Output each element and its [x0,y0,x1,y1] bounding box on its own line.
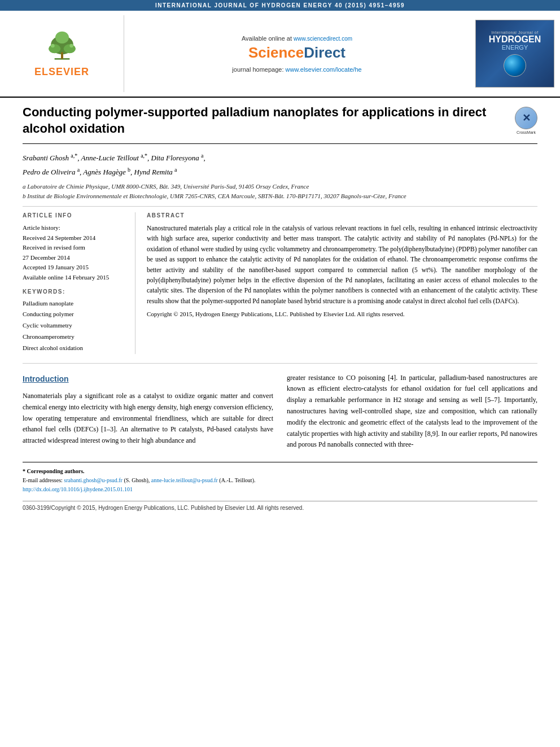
abstract-text: Nanostructured materials play a critical… [147,223,537,306]
article-info-heading: ARTICLE INFO [23,212,126,219]
authors: Srabanti Ghosh a,*, Anne-Lucie Teillout … [23,151,537,178]
available-online-label: Available online at www.sciencedirect.co… [242,35,352,42]
info-abstract-row: ARTICLE INFO Article history: Received 2… [23,206,537,354]
journal-cover-area: International Journal of HYDROGEN ENERGY [470,15,560,92]
article-title: Conducting polymer-supported palladium n… [23,104,506,137]
sciencedirect-logo: ScienceDirect [248,44,345,62]
article-info: ARTICLE INFO Article history: Received 2… [23,212,135,354]
crossmark-area: ✕ CrossMark [515,107,537,134]
journal-homepage-url[interactable]: www.elsevier.com/locate/he [286,66,362,73]
affiliation-b: b Institut de Biologie Environnementale … [23,191,537,201]
doi-link-area: http://dx.doi.org/10.1016/j.ijhydene.201… [23,485,537,494]
elsevier-brand-text: ELSEVIER [34,66,89,78]
keywords-section: Keywords: Palladium nanoplate Conducting… [23,289,126,354]
keyword-2: Conducting polymer [23,309,126,320]
email2-link[interactable]: anne-lucie.teillout@u-psud.fr [151,477,218,483]
introduction-left-col: Introduction Nanomaterials play a signif… [23,373,273,451]
abstract-heading: ABSTRACT [147,212,537,219]
svg-point-7 [69,43,73,47]
journal-cover-globe [504,54,526,77]
introduction-section: Introduction Nanomaterials play a signif… [23,373,537,451]
svg-point-8 [61,52,63,54]
journal-cover-energy: ENERGY [502,44,528,51]
corresponding-authors-label: * Corresponding authors. [23,467,537,476]
received-revised-label: Received in revised form [23,243,126,253]
article-title-section: Conducting polymer-supported palladium n… [23,104,537,144]
introduction-heading: Introduction [23,373,273,385]
doi-link[interactable]: http://dx.doi.org/10.1016/j.ijhydene.201… [23,486,133,492]
crossmark-badge[interactable]: ✕ [515,107,537,129]
journal-cover-intl: International Journal of [491,30,538,34]
crossmark-icon: ✕ [522,112,531,124]
introduction-right-col: greater resistance to CO poisoning [4]. … [287,373,537,451]
journal-homepage: journal homepage: www.elsevier.com/locat… [232,66,361,73]
keyword-4: Chronoamperometry [23,331,126,343]
affiliation-a: a Laboratoire de Chimie Physique, UMR 80… [23,182,537,191]
accepted-date: Accepted 19 January 2015 [23,263,126,273]
email2-name: (A.-L. Teillout). [219,477,255,483]
footnote-area: * Corresponding authors. E-mail addresse… [23,462,537,494]
elsevier-logo-area: ELSEVIER [0,15,124,92]
article-history: Article history: Received 24 September 2… [23,223,126,283]
abstract-copyright: Copyright © 2015, Hydrogen Energy Public… [147,311,537,317]
keyword-5: Direct alcohol oxidation [23,343,126,354]
received-revised-date: 27 December 2014 [23,253,126,263]
svg-point-3 [49,44,60,53]
journal-header: ELSEVIER Available online at www.science… [0,11,560,98]
journal-banner: INTERNATIONAL JOURNAL OF HYDROGEN ENERGY… [0,0,560,11]
keyword-3: Cyclic voltammetry [23,320,126,331]
journal-cover-hydrogen: HYDROGEN [489,34,541,45]
affiliations: a Laboratoire de Chimie Physique, UMR 80… [23,182,537,200]
email1-name: (S. Ghosh), [124,477,150,483]
bottom-bar: 0360-3199/Copyright © 2015, Hydrogen Ene… [23,501,537,511]
keywords-heading: Keywords: [23,289,126,295]
svg-point-6 [51,43,55,47]
email1-link[interactable]: srabanti.ghosh@u-psud.fr [64,477,123,483]
sciencedirect-logo-direct: Direct [304,44,345,61]
keyword-1: Palladium nanoplate [23,298,126,309]
divider [23,363,537,364]
email-addresses: E-mail addresses: srabanti.ghosh@u-psud.… [23,476,537,485]
journal-cover-image: International Journal of HYDROGEN ENERGY [475,20,554,88]
sciencedirect-url[interactable]: www.sciencedirect.com [294,36,352,42]
elsevier-tree-icon [40,30,85,64]
history-label: Article history: [23,223,126,233]
keywords-list: Palladium nanoplate Conducting polymer C… [23,298,126,354]
abstract-section: ABSTRACT Nanostructured materials play a… [147,212,537,354]
crossmark-label: CrossMark [517,130,536,134]
svg-point-4 [63,44,75,53]
svg-point-5 [55,31,69,43]
available-online-date: Available online 14 February 2015 [23,273,126,283]
received-date: Received 24 September 2014 [23,233,126,243]
sciencedirect-logo-sci: Science [248,44,304,61]
introduction-right-text: greater resistance to CO poisoning [4]. … [287,373,537,451]
sciencedirect-area: Available online at www.sciencedirect.co… [124,15,470,92]
main-content: Conducting polymer-supported palladium n… [0,98,560,518]
introduction-left-text: Nanomaterials play a significant role as… [23,391,273,447]
